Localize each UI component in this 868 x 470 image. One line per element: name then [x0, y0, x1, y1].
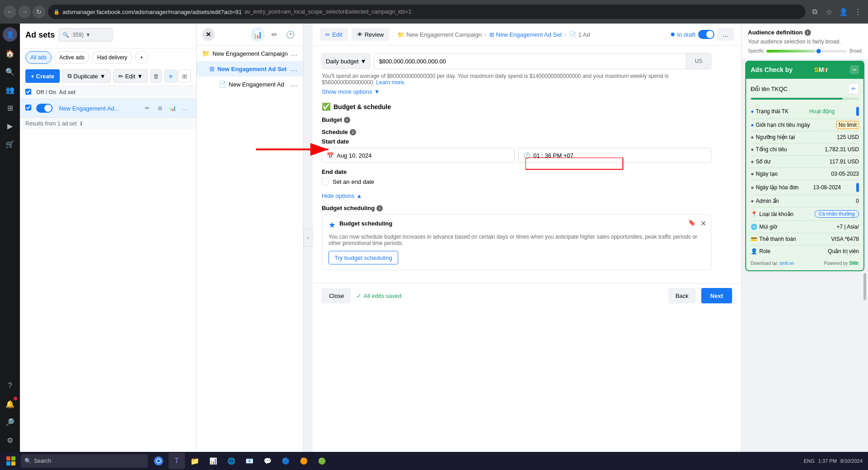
adsets-search-box[interactable]: 🔍 :359) ▼: [58, 28, 113, 42]
refresh-browser-btn[interactable]: ↻: [33, 5, 45, 18]
back-browser-btn[interactable]: ←: [4, 5, 16, 18]
end-date-checkbox[interactable]: [322, 178, 329, 185]
show-more-options-btn[interactable]: Show more options ▼: [322, 88, 380, 95]
windows-start-btn[interactable]: [2, 453, 20, 469]
breadcrumb-campaign[interactable]: 📁 New Engagement Campaign: [397, 31, 482, 38]
taskbar-right: ENG 1:37 PM 8/10/2024: [804, 458, 866, 464]
duplicate-button[interactable]: ⧉ Duplicate ▼: [63, 69, 111, 83]
taskbar-search[interactable]: 🔍 Search: [21, 454, 148, 468]
taskbar-app10[interactable]: 🟢: [313, 453, 330, 469]
nav-watch-icon[interactable]: ▶: [2, 118, 18, 134]
active-ads-filter-btn[interactable]: Active ads: [54, 51, 89, 64]
edit-panel-btn[interactable]: ✏: [267, 27, 281, 42]
hide-options-btn[interactable]: Hide options ▲: [322, 192, 362, 199]
close-panel-btn[interactable]: ✕: [202, 28, 215, 41]
start-date-input[interactable]: 📅 Aug 10, 2024: [322, 148, 515, 163]
bookmark-card-icon[interactable]: 🔖: [688, 219, 695, 226]
campaign-more-btn[interactable]: …: [290, 49, 298, 58]
audience-info-icon[interactable]: i: [805, 29, 811, 36]
close-form-btn[interactable]: Close: [322, 288, 351, 303]
taskbar-file-app[interactable]: 📁: [187, 453, 203, 469]
more-bc-btn[interactable]: …: [717, 28, 734, 41]
taskbar-teams-app[interactable]: T: [169, 453, 185, 469]
circle-icon-8: 📍: [751, 211, 757, 217]
rename-edit-btn[interactable]: ✏: [848, 83, 859, 94]
taskbar-app5[interactable]: 🌐: [223, 453, 239, 469]
more-ad-btn[interactable]: …: [180, 103, 191, 114]
try-budget-btn[interactable]: Try budget scheduling: [328, 251, 398, 264]
profile-icon[interactable]: 👤: [837, 5, 850, 18]
nav-home-icon[interactable]: 🏠: [2, 45, 18, 62]
star-icon: ★: [328, 220, 336, 230]
chart-ad-btn[interactable]: 📊: [167, 103, 178, 114]
taskbar-app9[interactable]: 🟠: [295, 453, 312, 469]
budget-amount-input[interactable]: [374, 53, 685, 69]
grid-view-btn[interactable]: ⊞: [178, 70, 191, 82]
nav-bell-icon[interactable]: 🔔: [2, 396, 18, 412]
copy-ad-btn[interactable]: ⧉: [154, 103, 165, 114]
browser-url-bar[interactable]: 🔒 adsmanager.facebook.com/adsmanager/man…: [48, 5, 805, 19]
taskbar-app4[interactable]: 📊: [205, 453, 221, 469]
bookmark-icon[interactable]: ☆: [823, 5, 835, 18]
next-form-btn[interactable]: Next: [701, 288, 732, 303]
taskbar-app8[interactable]: 🔵: [277, 453, 294, 469]
taskbar-chrome-app[interactable]: [150, 453, 167, 469]
campaign-item[interactable]: 📁 New Engagement Campaign …: [197, 46, 303, 61]
close-card-icon[interactable]: ✕: [700, 219, 706, 228]
create-button[interactable]: + Create: [25, 69, 60, 83]
list-view-btn[interactable]: ≡: [164, 70, 177, 82]
schedule-info-icon[interactable]: i: [350, 129, 356, 135]
nav-search-bottom-icon[interactable]: 🔎: [2, 414, 18, 430]
edit-breadcrumb-btn[interactable]: ✏ Back Edit: [320, 28, 347, 41]
nav-friends-icon[interactable]: 👥: [2, 82, 18, 98]
breadcrumb-adset[interactable]: ⊞ New Engagement Ad Set: [489, 31, 562, 38]
nav-settings-icon[interactable]: ⚙: [2, 432, 18, 448]
budget-type-select[interactable]: Daily budget ▼: [322, 53, 370, 69]
taskbar-app7[interactable]: 💬: [259, 453, 275, 469]
start-time-input[interactable]: 🕐 01 : 36 PM +07: [518, 148, 711, 163]
draft-toggle[interactable]: [698, 30, 714, 39]
ad-row[interactable]: New Engagement Ad... ✏ ⧉ 📊 …: [20, 99, 196, 118]
back-form-btn[interactable]: Back: [668, 288, 696, 303]
ad-item[interactable]: 📄 New Engagement Ad …: [197, 77, 303, 92]
menu-icon[interactable]: ⋮: [852, 5, 864, 18]
collapse-panel-btn[interactable]: ‹: [304, 229, 313, 247]
ad-more-btn[interactable]: …: [290, 80, 298, 88]
budget-info-icon[interactable]: i: [344, 117, 350, 123]
nav-help-icon[interactable]: ?: [2, 378, 18, 394]
ad-name[interactable]: New Engagement Ad...: [59, 105, 142, 112]
more-filter-btn[interactable]: +: [135, 51, 148, 64]
results-info-icon[interactable]: ℹ: [80, 120, 82, 127]
adset-more-btn[interactable]: …: [290, 65, 298, 73]
user-avatar[interactable]: 👤: [3, 27, 17, 42]
extensions-icon[interactable]: ⧉: [808, 5, 821, 18]
taskbar-app6[interactable]: 📧: [241, 453, 257, 469]
rename-row: Đổi tên TKQC ✏: [751, 83, 859, 94]
nav-groups-icon[interactable]: ⊞: [2, 100, 18, 116]
learn-more-link[interactable]: Learn more.: [376, 79, 405, 86]
review-breadcrumb-btn[interactable]: 👁 Review: [352, 28, 390, 41]
breadcrumb-sep-1: ›: [484, 31, 486, 38]
nav-search-icon[interactable]: 🔍: [2, 63, 18, 80]
scroll-indicator: [742, 271, 868, 302]
delete-button[interactable]: 🗑: [150, 69, 162, 83]
all-ads-filter-btn[interactable]: All ads: [25, 51, 52, 64]
scrollbar[interactable]: [863, 273, 866, 300]
edit-ad-btn[interactable]: ✏: [142, 103, 153, 114]
breadcrumb-ad[interactable]: 📄 1 Ad: [569, 31, 590, 38]
forward-browser-btn[interactable]: →: [18, 5, 31, 18]
adset-item[interactable]: ⊞ New Engagement Ad Set …: [197, 61, 303, 77]
ad-checkbox[interactable]: [25, 105, 36, 112]
nav-marketplace-icon[interactable]: 🛒: [2, 136, 18, 152]
check-item-mui-gio: 🌐 Múi giờ +7 | Asia/: [751, 221, 859, 233]
chart-panel-btn[interactable]: 📊: [251, 27, 265, 42]
had-delivery-filter-btn[interactable]: Had delivery: [92, 51, 132, 64]
download-link[interactable]: smit.vn: [780, 261, 794, 266]
ad-toggle[interactable]: [36, 104, 53, 113]
check-all[interactable]: [25, 89, 36, 96]
edit-button[interactable]: ✏ Edit ▼: [113, 69, 148, 83]
app5-icon: 🌐: [227, 457, 235, 465]
minimize-widget-btn[interactable]: −: [850, 65, 859, 74]
clock-panel-btn[interactable]: 🕐: [283, 27, 298, 42]
budget-scheduling-info-icon[interactable]: i: [376, 205, 383, 211]
